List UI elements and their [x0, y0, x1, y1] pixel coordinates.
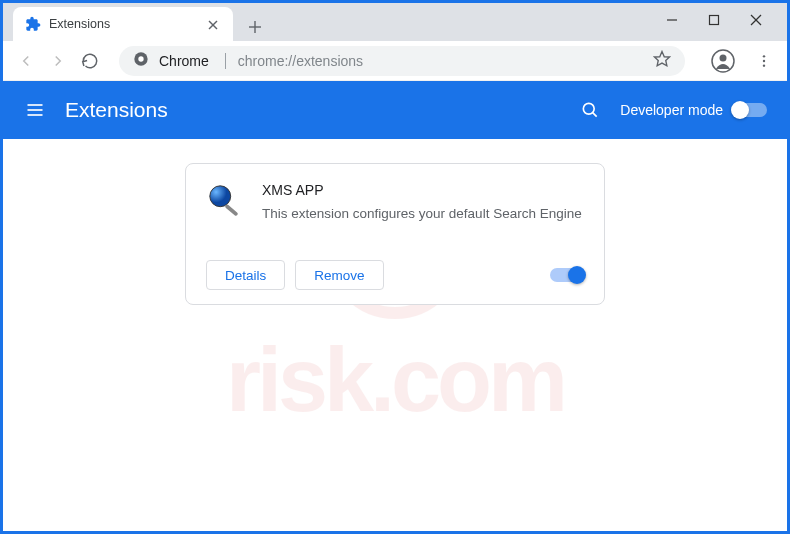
forward-button[interactable] — [47, 50, 69, 72]
svg-rect-22 — [224, 204, 238, 217]
chrome-logo-icon — [133, 51, 149, 71]
content-area: PC risk.com XMS APP This extension confi… — [3, 139, 787, 329]
svg-point-12 — [720, 54, 727, 61]
extension-card-actions: Details Remove — [206, 260, 584, 290]
hamburger-menu-icon[interactable] — [23, 98, 47, 122]
extension-card-header: XMS APP This extension configures your d… — [206, 182, 584, 224]
maximize-icon[interactable] — [707, 13, 721, 27]
extension-app-icon — [206, 182, 244, 220]
url-origin: Chrome — [159, 53, 209, 69]
developer-mode-toggle[interactable] — [733, 103, 767, 117]
extension-description: This extension configures your default S… — [262, 204, 582, 224]
search-icon[interactable] — [578, 98, 602, 122]
new-tab-button[interactable] — [241, 13, 269, 41]
extension-info: XMS APP This extension configures your d… — [262, 182, 582, 224]
bookmark-star-icon[interactable] — [653, 50, 671, 72]
address-bar[interactable]: Chrome chrome://extensions — [119, 46, 685, 76]
close-window-icon[interactable] — [749, 13, 763, 27]
back-button[interactable] — [15, 50, 37, 72]
svg-point-9 — [138, 56, 143, 61]
nav-bar: Chrome chrome://extensions — [3, 41, 787, 81]
details-button[interactable]: Details — [206, 260, 285, 290]
browser-tab[interactable]: Extensions — [13, 7, 233, 41]
page-title: Extensions — [65, 98, 578, 122]
svg-point-15 — [763, 64, 765, 66]
svg-point-19 — [584, 103, 595, 114]
extension-name: XMS APP — [262, 182, 582, 198]
remove-button[interactable]: Remove — [295, 260, 383, 290]
svg-point-13 — [763, 55, 765, 57]
toggle-knob — [731, 101, 749, 119]
extensions-toolbar: Extensions Developer mode — [3, 81, 787, 139]
url-divider — [225, 53, 226, 69]
watermark-text: risk.com — [226, 329, 564, 432]
developer-mode-label: Developer mode — [620, 102, 723, 118]
toggle-knob — [568, 266, 586, 284]
extension-enable-toggle[interactable] — [550, 268, 584, 282]
minimize-icon[interactable] — [665, 13, 679, 27]
reload-button[interactable] — [79, 50, 101, 72]
tab-close-icon[interactable] — [207, 17, 221, 31]
kebab-menu-icon[interactable] — [753, 50, 775, 72]
svg-rect-1 — [710, 16, 719, 25]
profile-avatar-icon[interactable] — [711, 49, 735, 73]
window-controls — [665, 3, 787, 37]
extension-puzzle-icon — [25, 16, 41, 32]
svg-marker-10 — [655, 51, 670, 65]
svg-point-14 — [763, 59, 765, 61]
extension-card: XMS APP This extension configures your d… — [185, 163, 605, 305]
tab-title: Extensions — [49, 17, 207, 31]
url-path: chrome://extensions — [238, 53, 363, 69]
svg-point-21 — [210, 186, 231, 207]
svg-line-20 — [593, 113, 597, 117]
